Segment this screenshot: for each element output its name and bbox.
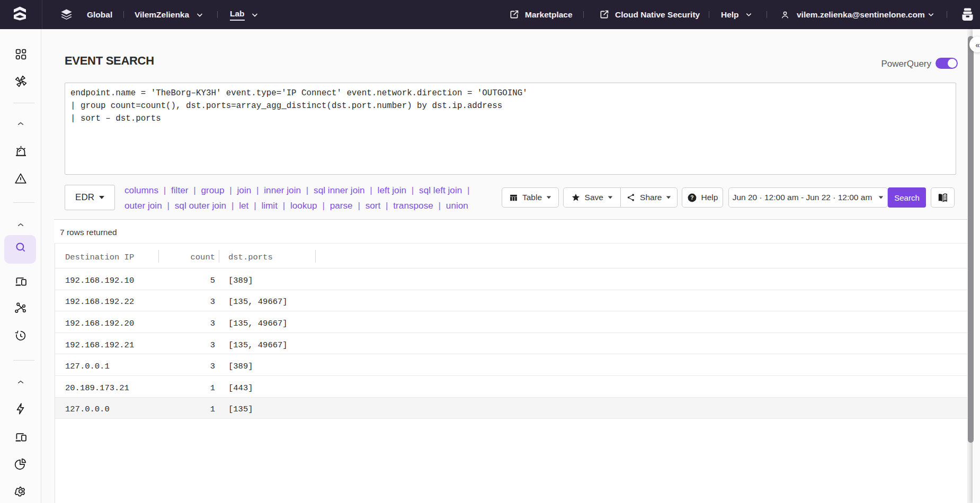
svg-text:?: ? [690, 195, 693, 201]
